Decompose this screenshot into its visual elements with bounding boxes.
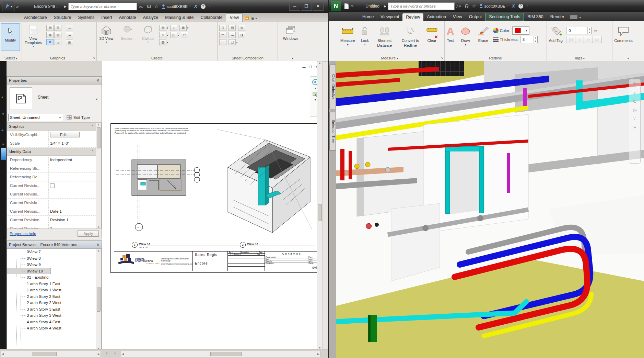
revit-app-button[interactable]: ▾ [2,1,14,12]
render-icon[interactable]: ☁ [66,25,73,31]
navisworks-app-button[interactable]: N [331,1,341,11]
section-button[interactable]: Section [117,22,137,41]
user-menu-chevron-icon[interactable]: ▾ [507,2,508,10]
quick-access-expand-icon[interactable]: » [351,2,353,10]
look-around-icon[interactable]: ◎ [633,108,636,113]
graphics-panel-caption[interactable]: Graphics⇘ [22,55,96,61]
placeholder-sheet-icon[interactable]: ⧉ [238,25,245,31]
signed-in-user[interactable]: scott8XBBE [484,4,505,8]
media-player-icon[interactable] [570,15,577,19]
tree-item-selected[interactable]: 0View 10 [7,268,51,275]
tab-bim-360[interactable]: BIM 360 [524,13,547,21]
apply-button[interactable]: Apply [78,231,99,237]
zoom-scale-icon[interactable]: ⌕ [106,351,108,355]
legends-icon[interactable]: ◫ [170,32,177,38]
close-icon[interactable]: ✕ [96,78,99,83]
tree-item[interactable]: 3 arch Story 3 West [7,312,102,319]
goto-tag-icon[interactable]: ➦ [594,28,598,33]
browser-scrollbar[interactable]: ▲ ▼ [96,249,102,350]
tree-item[interactable]: 4 arch Story 4 West [7,325,102,332]
graphics-section-header[interactable]: Graphics⌃ [7,123,96,131]
thickness-spinner[interactable]: 3▲▼ [520,36,538,43]
previous-tag-button[interactable]: ◁ [575,36,584,43]
title-expand-icon[interactable]: ▶ [64,3,67,10]
comments-button[interactable]: Comments [612,23,635,43]
canvas-hscrollbar[interactable]: ◀ ▶ [121,351,320,357]
tab-render[interactable]: Render [547,13,568,21]
orbit-icon[interactable]: ↻ [633,99,637,104]
sun-path-icon[interactable]: ☼ [113,351,116,355]
tree-item[interactable]: 0View 7 [7,249,102,255]
drafting-view-icon[interactable]: ▦ [179,25,187,31]
remove-hidden-lines-icon[interactable]: ▧ [54,32,61,38]
properties-scrollbar[interactable]: ▲ ▼ [96,123,102,228]
search-input[interactable] [68,3,137,10]
tab-output[interactable]: Output [466,13,485,21]
tag-number-spinner[interactable]: 0▲▼ [566,27,592,34]
communication-center-icon[interactable]: ☊ [465,2,469,10]
tree-item[interactable]: 4 arch Story 4 East [7,319,102,325]
user-menu-chevron-icon[interactable]: ▾ [189,3,191,10]
new-sheet-icon[interactable]: 🗋 [219,25,226,31]
sheet-view[interactable]: 0View 10 reference: trash room location … [110,123,322,273]
help-menu-chevron-icon[interactable]: ▾ [527,2,528,10]
exchange-apps-icon[interactable]: X [194,3,197,10]
properties-help-link[interactable]: Properties help [10,232,36,236]
canvas-vscrollbar[interactable]: ▲ ▼ [317,61,323,350]
next-tag-button[interactable]: ▷ [584,36,593,43]
thin-lines-icon[interactable]: ≣ [46,39,54,45]
tab-home[interactable]: Home [359,13,377,21]
collapsed-chevron-icon[interactable]: ▼ [2,113,4,116]
callout-button[interactable]: Callout ▾ [138,22,157,44]
close-button[interactable]: ✕ [313,2,324,11]
ribbon-display-toggle-icon[interactable]: ▣ ▾ [251,16,257,20]
cut-profile-icon[interactable]: ◪ [54,39,61,45]
collapsed-chevron-icon-2[interactable]: ▼ [2,143,4,146]
measure-button[interactable]: Measure ▾ [338,23,357,47]
tab-architecture[interactable]: Architecture [21,14,50,22]
viewport-icon[interactable]: ▢ [229,39,236,45]
search-icon[interactable]: ⌕⌕ [139,3,144,10]
schedules-icon[interactable]: ▩ [159,39,166,45]
select-arrow-icon[interactable]: ➢ [633,125,637,130]
edit-type-button[interactable]: Edit Type [73,115,90,120]
clash-detective-tab[interactable]: Clash Detective [329,65,336,109]
first-tag-button[interactable]: |◁ [566,36,575,43]
visibility-graphics-icon[interactable]: ▤ [46,25,54,31]
tab-structure[interactable]: Structure [50,14,75,22]
tree-item[interactable]: 2 arch Story 2 East [7,293,102,300]
walk-icon[interactable]: ∵ [633,116,636,121]
show-hidden-lines-icon[interactable]: ▦ [46,32,54,38]
axon-3d-view[interactable] [214,126,317,243]
restore-button[interactable]: ❐ [301,2,312,11]
favorites-star-icon[interactable]: ☆ [154,3,159,10]
3d-viewport[interactable]: ✥ ⌕ ↻ ◎ ∵ ➢ [336,61,644,358]
modify-tab-arrow-icon[interactable]: ⏩ [245,16,249,20]
render-gallery-icon[interactable]: ▣ [66,39,73,45]
measure-panel-caption[interactable]: Measure ▾⇘ [338,55,444,61]
tab-massing-site[interactable]: Massing & Site [162,14,197,22]
tags-panel-caption[interactable]: Tags ▾ [547,55,612,61]
exchange-apps-icon[interactable]: X [512,2,515,10]
floor-plan-view[interactable]: 1E.11 [116,145,215,232]
guide-grid-icon[interactable]: ⊞ [219,39,226,45]
pan-hand-icon[interactable]: ✥ [633,81,637,87]
tree-item[interactable]: 3 arch Story 3 East [7,306,102,313]
add-tag-button[interactable]: + Add Tag [547,23,565,43]
tree-item[interactable]: 01 - Existing [7,274,102,281]
collapsed-panel-icon[interactable]: ● [1,96,3,99]
redline-color-picker[interactable]: ▾ [512,26,529,35]
windows-button[interactable]: Windows [278,22,303,41]
titleblock-icon[interactable]: ▤ [229,25,236,31]
identity-data-section-header[interactable]: Identity Data⌃ [7,148,96,156]
lock-button[interactable]: ! Lock ▾ [359,23,371,47]
filter-icon[interactable]: ▥ [54,25,61,31]
tree-item[interactable]: 1 arch Story 1 West [7,287,102,293]
minimize-button[interactable]: ─ [289,2,300,11]
last-tag-button[interactable]: ▷| [593,36,602,43]
tab-collaborate[interactable]: Collaborate [197,14,226,22]
search-input[interactable] [388,2,455,10]
type-selector-combobox[interactable]: Sheet: Unnamed▼ [8,114,63,121]
wheel-menu-chevron-icon[interactable]: ▾ [315,87,316,90]
tab-animation[interactable]: Animation [423,13,449,21]
